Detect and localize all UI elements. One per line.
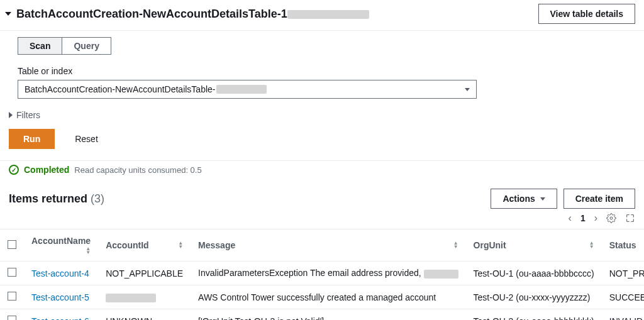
sort-icon <box>453 241 458 250</box>
select-all-checkbox[interactable] <box>8 240 16 249</box>
row-checkbox[interactable] <box>8 268 16 277</box>
redacted-text <box>106 294 156 302</box>
create-item-button[interactable]: Create item <box>564 189 635 209</box>
tab-scan[interactable]: Scan <box>18 38 62 54</box>
reset-button[interactable]: Reset <box>64 130 109 148</box>
redacted-text <box>424 270 458 279</box>
column-header-orgunit[interactable]: OrgUnit <box>466 229 602 262</box>
items-returned-title: Items returned (3) <box>9 192 104 206</box>
tab-query[interactable]: Query <box>62 38 110 54</box>
page-number: 1 <box>580 213 586 223</box>
sort-icon <box>589 241 594 250</box>
redacted-text <box>287 10 369 19</box>
account-name-link[interactable]: Test-account-6 <box>31 316 89 321</box>
prev-page-button[interactable]: ‹ <box>569 212 572 224</box>
collapse-caret-icon[interactable] <box>5 12 11 16</box>
sort-icon <box>86 246 91 255</box>
cell-orgunit: Test-OU-2 (ou-xxxx-yyyyzzzz) <box>474 292 591 302</box>
column-header-message[interactable]: Message <box>191 229 465 262</box>
next-page-button[interactable]: › <box>594 212 597 224</box>
column-header-accountname[interactable]: AccountName <box>24 229 98 262</box>
account-name-link[interactable]: Test-account-4 <box>31 268 89 279</box>
table-row: Test-account-4NOT_APPLICABLEInvalidParam… <box>0 262 644 285</box>
status-bar: Completed Read capacity units consumed: … <box>0 160 644 182</box>
filters-toggle[interactable]: Filters <box>0 99 644 129</box>
table-row: Test-account-5AWS Control Tower successf… <box>0 285 644 309</box>
success-icon <box>9 165 19 175</box>
chevron-right-icon <box>9 112 13 118</box>
redacted-text <box>216 85 267 94</box>
panel-header: BatchAccountCreation-NewAccountDetailsTa… <box>0 0 644 31</box>
status-text: Completed <box>24 165 69 175</box>
row-checkbox[interactable] <box>8 292 16 301</box>
gear-icon[interactable] <box>606 213 616 223</box>
table-row: Test-account-6UNKNOWN['OrgUnit Test-OU-3… <box>0 309 644 321</box>
column-header-status[interactable]: Status <box>602 229 644 262</box>
scan-query-toggle: Scan Query <box>18 37 111 55</box>
page-title: BatchAccountCreation-NewAccountDetailsTa… <box>16 8 369 21</box>
chevron-down-icon <box>465 88 470 91</box>
table-or-index-select[interactable]: BatchAccountCreation-NewAccountDetailsTa… <box>18 80 477 99</box>
column-header-accountid[interactable]: AccountId <box>98 229 191 262</box>
cell-status: SUCCEEDED <box>609 292 644 302</box>
capacity-text: Read capacity units consumed: 0.5 <box>74 165 201 175</box>
row-checkbox[interactable] <box>8 316 16 320</box>
cell-message: InvalidParametersException The email add… <box>198 268 421 278</box>
pagination: ‹ 1 › <box>0 210 644 229</box>
cell-accountid: UNKNOWN <box>106 316 152 321</box>
cell-message: ['OrgUnit Test-OU-3 is not Valid'] <box>198 316 324 321</box>
results-table: AccountName AccountId Message OrgUnit St… <box>0 229 644 320</box>
cell-message: AWS Control Tower successfully created a… <box>198 292 436 302</box>
table-or-index-label: Table or index <box>18 66 635 76</box>
view-table-details-button[interactable]: View table details <box>538 4 635 24</box>
cell-orgunit: Test-OU-1 (ou-aaaa-bbbbcccc) <box>474 268 594 279</box>
chevron-down-icon <box>540 197 545 201</box>
cell-status: INVALID <box>609 316 643 321</box>
actions-dropdown[interactable]: Actions <box>491 189 557 209</box>
svg-point-0 <box>610 217 613 219</box>
run-button[interactable]: Run <box>9 129 55 149</box>
cell-accountid: NOT_APPLICABLE <box>106 268 183 279</box>
cell-orgunit: Test-OU-3 (ou-eeee-hhhhkkkk) <box>474 316 594 321</box>
cell-status: NOT_PROVISIONED <box>609 268 644 279</box>
sort-icon <box>178 241 183 250</box>
fullscreen-icon[interactable] <box>625 213 635 223</box>
account-name-link[interactable]: Test-account-5 <box>31 292 89 302</box>
